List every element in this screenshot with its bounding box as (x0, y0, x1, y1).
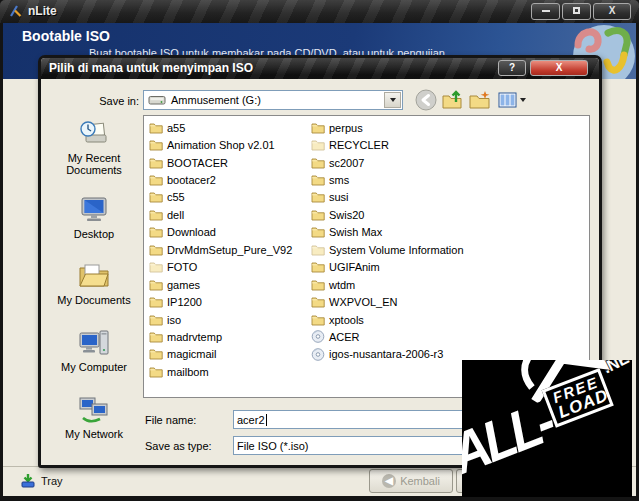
file-item[interactable]: FOTO (148, 259, 308, 276)
folder-icon (310, 226, 325, 238)
view-menu-button[interactable] (496, 89, 518, 111)
folder-icon (148, 261, 163, 273)
file-item[interactable]: magicmail (148, 346, 308, 363)
place-label: Desktop (74, 228, 114, 240)
file-item[interactable]: ACER (310, 328, 588, 345)
file-item[interactable]: WXPVOL_EN (310, 293, 588, 310)
place-desktop[interactable]: Desktop (47, 195, 141, 240)
dialog-close-button[interactable]: X (530, 60, 588, 76)
file-list-column-1: a55 (148, 119, 308, 381)
folder-icon (310, 209, 325, 221)
maximize-button[interactable] (562, 3, 591, 20)
folder-icon (148, 296, 163, 308)
up-folder-icon (442, 90, 464, 110)
save-in-dropdown-arrow[interactable] (384, 92, 401, 108)
folder-icon (148, 174, 163, 186)
view-menu-caret-icon[interactable] (520, 98, 526, 102)
desktop-icon (78, 195, 110, 225)
folder-icon (148, 157, 163, 169)
place-my-computer[interactable]: My Computer (47, 328, 141, 373)
place-label: My Network (65, 428, 123, 440)
file-item[interactable]: madrvtemp (148, 328, 308, 345)
file-name: BOOTACER (167, 157, 228, 169)
file-name-input[interactable]: acer2 (233, 410, 473, 429)
file-item[interactable]: iso (148, 311, 308, 328)
folder-icon (310, 296, 325, 308)
app-window: nLite X Bootable ISO Buat bootable ISO u… (0, 0, 639, 501)
save-in-dropdown[interactable]: Ammusement (G:) (143, 90, 403, 110)
file-item[interactable]: Swis20 (310, 206, 588, 223)
minimize-button[interactable] (531, 3, 560, 20)
file-item[interactable]: UGIFAnim (310, 259, 588, 276)
place-my-recent-documents[interactable]: My Recent Documents (47, 119, 141, 176)
file-list[interactable]: a55 (143, 115, 590, 398)
page-title: Bootable ISO (22, 28, 110, 44)
tray-icon[interactable] (20, 473, 36, 489)
file-item[interactable]: IP1200 (148, 293, 308, 310)
file-name: iso (167, 314, 181, 326)
text-cursor (266, 414, 267, 426)
maximize-icon (573, 7, 580, 14)
file-item[interactable]: System Volume Information (310, 241, 588, 258)
folder-icon (310, 157, 325, 169)
back-button-label: Kembali (400, 475, 440, 487)
file-name: igos-nusantara-2006-r3 (329, 348, 443, 360)
nlite-app-icon (8, 3, 24, 19)
file-item[interactable]: mailbom (148, 363, 308, 380)
file-item[interactable]: RECYCLER (310, 136, 588, 153)
dialog-title: Pilih di mana untuk menyimpan ISO (49, 61, 253, 75)
folder-icon (310, 139, 325, 151)
go-back-button[interactable] (415, 89, 437, 111)
file-name: ACER (329, 331, 360, 343)
file-name: madrvtemp (167, 331, 222, 343)
file-name: xptools (329, 314, 364, 326)
place-my-network[interactable]: My Network (47, 395, 141, 440)
up-one-level-button[interactable] (442, 89, 464, 111)
help-button[interactable]: ? (498, 60, 526, 76)
file-name: Animation Shop v2.01 (167, 139, 275, 151)
file-item[interactable]: sms (310, 171, 588, 188)
place-my-documents[interactable]: My Documents (47, 261, 141, 306)
cd-icon (310, 348, 325, 361)
my-network-icon (78, 395, 110, 425)
drive-icon (148, 94, 166, 106)
file-item[interactable]: bootacer2 (148, 171, 308, 188)
recent-documents-icon (78, 119, 110, 149)
place-label: My Recent Documents (47, 152, 141, 176)
file-item[interactable]: a55 (148, 119, 308, 136)
file-item[interactable]: dell (148, 206, 308, 223)
close-button[interactable]: X (593, 3, 631, 20)
file-name: RECYCLER (329, 139, 389, 151)
file-item[interactable]: Swish Max (310, 224, 588, 241)
file-item[interactable]: Download (148, 224, 308, 241)
folder-icon (148, 209, 163, 221)
file-item[interactable]: Animation Shop v2.01 (148, 136, 308, 153)
file-item[interactable]: sc2007 (310, 154, 588, 171)
folder-icon (310, 122, 325, 134)
watermark-all-text: ALL- (462, 393, 559, 483)
file-name: wtdm (329, 279, 355, 291)
new-folder-icon (469, 90, 491, 110)
views-icon (498, 92, 517, 108)
save-as-type-value: File ISO (*.iso) (237, 440, 309, 452)
folder-icon (148, 331, 163, 343)
file-item[interactable]: susi (310, 189, 588, 206)
file-name: FOTO (167, 261, 197, 273)
file-item[interactable]: perpus (310, 119, 588, 136)
file-item[interactable]: DrvMdmSetup_Pure_V92 (148, 241, 308, 258)
back-button-kembali[interactable]: ◀ Kembali (369, 469, 453, 493)
file-item[interactable]: games (148, 276, 308, 293)
file-item[interactable]: xptools (310, 311, 588, 328)
file-item[interactable]: c55 (148, 189, 308, 206)
back-arrow-icon: ◀ (382, 474, 396, 488)
file-item[interactable]: BOOTACER (148, 154, 308, 171)
file-name: magicmail (167, 348, 217, 360)
tray-label[interactable]: Tray (41, 475, 63, 487)
file-name: Swish Max (329, 226, 382, 238)
save-as-type-dropdown[interactable]: File ISO (*.iso) (233, 436, 473, 455)
file-item[interactable]: wtdm (310, 276, 588, 293)
file-name: DrvMdmSetup_Pure_V92 (167, 244, 292, 256)
file-name: Swis20 (329, 209, 364, 221)
new-folder-button[interactable] (469, 89, 491, 111)
file-name: bootacer2 (167, 174, 216, 186)
